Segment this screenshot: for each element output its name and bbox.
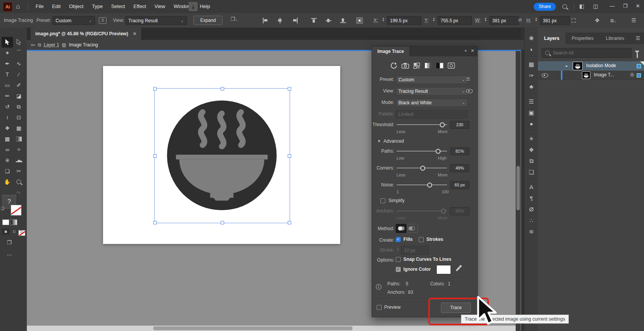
- minimize-button[interactable]: —: [606, 0, 618, 12]
- paintbrush-tool[interactable]: ✐: [13, 80, 25, 91]
- opentype-panel-icon[interactable]: Ø: [524, 204, 538, 215]
- advanced-triangle-icon[interactable]: ▼: [377, 139, 381, 143]
- align-middle-icon[interactable]: [326, 18, 332, 23]
- view-dropdown[interactable]: Tracing Result: [125, 16, 187, 25]
- home-icon[interactable]: ⌂: [16, 2, 20, 12]
- x-input[interactable]: 199.5 px: [387, 16, 421, 25]
- artboards-panel-icon[interactable]: ▣: [524, 107, 538, 118]
- preset-dropdown[interactable]: Custom: [52, 16, 95, 25]
- simplify-checkbox[interactable]: [380, 198, 385, 203]
- search-field[interactable]: [542, 48, 632, 58]
- align-left-icon[interactable]: [262, 18, 269, 23]
- back-arrow-icon[interactable]: ⇦: [31, 42, 35, 48]
- mode-dropdown[interactable]: Black and White: [396, 99, 468, 107]
- workspace-switcher-icon[interactable]: ◫: [593, 0, 598, 13]
- rectangle-tool[interactable]: ▭: [2, 80, 13, 91]
- search-input[interactable]: [552, 48, 626, 58]
- selection-handle[interactable]: [153, 221, 157, 224]
- h-label[interactable]: H:: [526, 13, 531, 28]
- menu-select[interactable]: Select: [107, 0, 129, 13]
- preset-dropdown[interactable]: Custom: [396, 76, 468, 84]
- auto-color-icon[interactable]: [390, 62, 398, 69]
- tab-layers[interactable]: Layers: [538, 33, 565, 44]
- graphic-styles-panel-icon[interactable]: ❖: [524, 144, 538, 155]
- panel-collapse-icon[interactable]: ⪡: [464, 48, 467, 53]
- shape-builder-tool[interactable]: ❖: [2, 123, 13, 133]
- blend-tool[interactable]: ∞: [2, 144, 13, 155]
- link-dimensions-icon[interactable]: ⊘: [518, 17, 522, 23]
- panel-menu-icon[interactable]: ☰: [636, 33, 640, 44]
- stroke-panel-icon[interactable]: ☰: [524, 96, 538, 107]
- threshold-value[interactable]: 230: [450, 121, 469, 129]
- align-right-icon[interactable]: [292, 18, 298, 23]
- dock-grip[interactable]: ‥: [11, 29, 14, 33]
- gradient-panel-icon[interactable]: ◗: [524, 44, 538, 55]
- menu-effect[interactable]: Effect: [129, 0, 150, 13]
- chevron-down-icon[interactable]: ⌄: [565, 63, 568, 68]
- swatches-panel-icon[interactable]: ▦: [524, 59, 538, 70]
- reference-point-locator[interactable]: [356, 17, 362, 23]
- workspace-grid-icon[interactable]: ✥: [595, 14, 600, 27]
- selection-handle[interactable]: [288, 87, 291, 91]
- appearance-panel-icon[interactable]: ☀: [524, 133, 538, 144]
- default-fill-stroke-icon[interactable]: ❏: [1, 206, 4, 211]
- zoom-tool[interactable]: [13, 176, 25, 187]
- align-center-icon[interactable]: [277, 18, 283, 23]
- horizontal-scrollbar-thumb[interactable]: [153, 326, 352, 330]
- tab-properties[interactable]: Properties: [565, 33, 600, 44]
- menu-object[interactable]: Object: [65, 0, 88, 13]
- h-input[interactable]: 381 px: [540, 16, 570, 25]
- dock-grip[interactable]: ‥: [524, 28, 538, 33]
- shaper-tool[interactable]: ✏: [2, 91, 13, 101]
- draw-inside-mode-icon[interactable]: ◎: [19, 229, 24, 235]
- corners-value[interactable]: 49%: [450, 164, 469, 172]
- selection-tool[interactable]: [2, 37, 13, 48]
- rotate-tool[interactable]: ↺: [2, 101, 13, 112]
- gradient-tool[interactable]: [13, 133, 25, 144]
- document-tab[interactable]: image.png* @ 45.86 % (RGB/CPU Preview) ✕: [31, 28, 142, 40]
- high-color-icon[interactable]: [401, 62, 410, 69]
- curvature-tool[interactable]: ∿: [13, 58, 25, 69]
- line-segment-tool[interactable]: ∕: [13, 69, 25, 80]
- magic-wand-tool[interactable]: ✶: [2, 48, 13, 58]
- color-button[interactable]: [2, 219, 9, 225]
- arrange-documents-icon[interactable]: ◧: [579, 0, 584, 13]
- selection-handle[interactable]: [288, 154, 291, 158]
- filter-icon[interactable]: [635, 51, 639, 53]
- document-arrange-icon[interactable]: ⧈⌄: [610, 14, 616, 28]
- eyedropper-tool[interactable]: ✧: [13, 144, 25, 155]
- layer-thumbnail[interactable]: [573, 62, 582, 70]
- y-label[interactable]: Y:: [424, 13, 429, 28]
- toolbar-overflow-icon[interactable]: ⋯: [7, 252, 13, 258]
- artboard-tool[interactable]: ❏: [2, 166, 13, 176]
- breadcrumb-layer[interactable]: Layer 1: [44, 42, 59, 48]
- preset-manager-icon[interactable]: ☰: [99, 17, 107, 24]
- threshold-slider[interactable]: [397, 124, 447, 125]
- eraser-tool[interactable]: ◪: [13, 91, 25, 101]
- menu-type[interactable]: Type: [88, 0, 107, 13]
- black-white-icon[interactable]: [436, 62, 444, 69]
- align-bottom-icon[interactable]: [340, 18, 347, 23]
- vertical-scrollbar[interactable]: [516, 51, 521, 331]
- noise-slider[interactable]: [397, 184, 447, 185]
- snap-curves-checkbox[interactable]: [396, 257, 401, 262]
- selection-handle[interactable]: [221, 87, 224, 91]
- view-eye-icon[interactable]: [466, 89, 473, 93]
- draw-behind-mode-icon[interactable]: ◘: [10, 229, 18, 235]
- menu-file[interactable]: File: [31, 0, 48, 13]
- device-preview-icon[interactable]: ⤓: [188, 2, 198, 11]
- low-color-icon[interactable]: [413, 62, 421, 69]
- preset-menu-icon[interactable]: ☰: [466, 77, 470, 82]
- lasso-tool[interactable]: ⌒: [13, 48, 25, 58]
- corners-slider-knob[interactable]: [420, 166, 425, 171]
- menu-help[interactable]: Help: [195, 0, 214, 13]
- mesh-tool[interactable]: ▩: [2, 133, 13, 144]
- stroke-proxy-swatch[interactable]: [11, 205, 21, 216]
- color-panel-icon[interactable]: ❋: [524, 33, 538, 44]
- color-guide-panel-icon[interactable]: ●: [524, 118, 538, 129]
- brushes-panel-icon[interactable]: ✑: [524, 70, 538, 81]
- target-icon[interactable]: ◎: [630, 72, 634, 77]
- layer-row-isolation-mode[interactable]: ⌄ Isolation Mode: [538, 61, 644, 71]
- symbol-sprayer-tool[interactable]: ※: [2, 155, 13, 166]
- x-stepper[interactable]: ▲▼: [381, 16, 385, 25]
